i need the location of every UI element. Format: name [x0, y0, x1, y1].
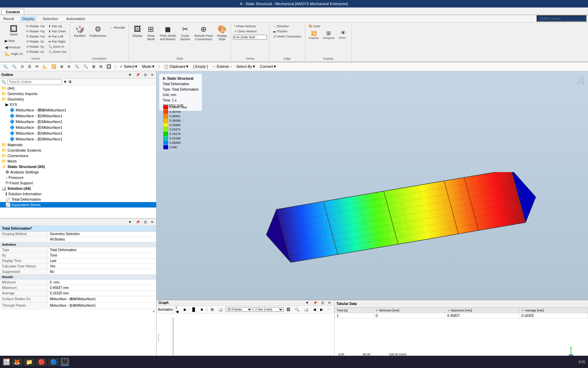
ribbon-btn-display-style[interactable]: 🎨DisplayStyle [215, 24, 229, 42]
anim-bar-btn[interactable]: 📊 [302, 306, 310, 313]
sub-btn-undo[interactable]: ⟳ [34, 63, 40, 70]
sub-btn-zoom-extend[interactable]: 🔍 [1, 63, 10, 70]
sub-btn-grid[interactable]: ⊞ [91, 63, 97, 70]
sub-btn-box[interactable]: 🔲 [105, 63, 113, 70]
sub-btn-mode[interactable]: Mode▼ [140, 63, 157, 70]
ribbon-btn-rot-sy-minus[interactable]: ↺ Rotate -Sy [25, 44, 46, 49]
anim-chart-type[interactable]: 📊 [216, 306, 225, 313]
taskbar-wb[interactable]: 🔵 [48, 358, 59, 366]
ribbon-btn-show-mesh[interactable]: ⊞ShowMesh [145, 24, 157, 42]
ribbon-btn-pan-up[interactable]: ⬆ Pan Up [47, 24, 68, 29]
props-float-btn[interactable]: ⊡ [143, 219, 148, 225]
sub-btn-convert[interactable]: Convert▼ [258, 63, 278, 70]
anim-stop-btn[interactable]: ■ [199, 306, 205, 312]
tree-item-mid6[interactable]: 🔷Midsurface - 筋\Midsurface1 [0, 136, 156, 142]
sub-btn-add[interactable]: ⊕ [59, 63, 65, 70]
ribbon-btn-remote-point[interactable]: ⊕Remote PointConnections [193, 24, 215, 42]
tree-item-mid4[interactable]: 🔷Midsurface - 筋\Midsurface1 [0, 125, 156, 131]
outline-close-btn[interactable]: ✕ [149, 72, 155, 77]
sub-btn-select[interactable]: ✓ Select▼ [118, 63, 140, 70]
menu-display[interactable]: Display [20, 16, 36, 21]
tree-item-mid1[interactable]: 🔷Midsurface - 槽钢\Midsurface1 [0, 107, 156, 113]
graph-filter-btn[interactable]: ▼ [304, 300, 310, 305]
ribbon-btn-cross-section[interactable]: ✂CrossSection [178, 24, 192, 42]
ribbon-btn-rot-sx-minus[interactable]: ↺ Rotate -Sx [25, 39, 46, 44]
sub-btn-clipboard[interactable]: 📋 Clipboard▼ [162, 63, 191, 70]
duration-select[interactable]: 2 Sec (Auto) [254, 307, 284, 312]
outline-pin-btn[interactable]: 📌 [134, 72, 141, 77]
props-close-btn[interactable]: ✕ [149, 219, 155, 225]
graph-float-btn[interactable]: ⊡ [320, 300, 325, 305]
tree-item-materials[interactable]: 📁Materials [0, 142, 156, 148]
outline-filter-btn[interactable]: ▼ [127, 72, 133, 77]
taskbar-firefox[interactable]: 🦊 [12, 358, 22, 366]
taskbar-folder[interactable]: 📁 [24, 358, 35, 366]
ribbon-btn-pan-right[interactable]: ➡ Pan Right [47, 39, 68, 44]
tree-item-solution-info[interactable]: ℹSolution Information [0, 191, 156, 197]
ribbon-btn-thicken[interactable]: ▬ Thicken [272, 29, 303, 34]
anim-prev-btn[interactable]: ◀ [311, 306, 317, 313]
menu-selection[interactable]: Selection [40, 16, 60, 21]
tree-item-geom-imports[interactable]: 📁Geometry Imports [0, 91, 156, 96]
scroll-down-icon[interactable]: ▼ [152, 310, 156, 313]
ribbon-btn-rot-sz-minus[interactable]: ↺ Rotate -Sz [25, 49, 46, 54]
sub-btn-extend[interactable]: → Extend→ [210, 63, 234, 70]
search-input[interactable] [7, 79, 62, 85]
sub-btn-zoom2[interactable]: 🔍 [82, 63, 90, 70]
ribbon-btn-explode[interactable]: 💥Explode [307, 29, 321, 41]
ribbon-btn-thick-shells[interactable]: ◼Thick Shellsand Beams [158, 24, 178, 42]
sub-btn-pan[interactable]: ☰ [26, 63, 33, 70]
tab-context[interactable]: Context [1, 9, 24, 15]
ribbon-btn-show-vertices[interactable]: • Show Vertices [233, 24, 267, 29]
anim-zoom-btn[interactable]: 🔍 [293, 306, 301, 313]
quick-launch-input[interactable] [537, 15, 587, 22]
ribbon-btn-views[interactable]: 🔲Views [3, 24, 24, 37]
sub-btn-measure[interactable]: 📐 [41, 63, 49, 70]
ribbon-btn-preferences[interactable]: ⚙Preferences [88, 24, 108, 39]
sub-btn-rotate[interactable]: ⊙ [19, 63, 26, 70]
menu-automation[interactable]: Automation [64, 16, 87, 21]
tree-item-analysis-settings[interactable]: ⚙Analysis Settings [0, 169, 156, 175]
tree-item-mid5[interactable]: 🔷Midsurface - 筋\Midsurface1 [0, 131, 156, 136]
sub-btn-select-by[interactable]: Select By▼ [234, 63, 257, 70]
graph-pin-btn[interactable]: 📌 [312, 300, 318, 305]
ribbon-btn-next[interactable]: ▶Next [3, 38, 24, 44]
ribbon-btn-direction[interactable]: → Direction [272, 24, 303, 29]
sub-btn-minus[interactable]: ⊟ [98, 63, 104, 70]
tree-item-static-a5[interactable]: ⚡Static Structural (A5) [0, 164, 156, 169]
ribbon-btn-show-display[interactable]: 👁Show... [337, 29, 349, 41]
graph-close-btn[interactable]: ✕ [327, 300, 332, 305]
tree-item-connections[interactable]: 📁Connections [0, 153, 156, 158]
tree-item-mid2[interactable]: 🔷Midsurface - 筋\Midsurface1 [0, 113, 156, 119]
start-button[interactable]: 🪟 [3, 358, 10, 366]
ribbon-btn-close-vertices[interactable]: × Close Vertices [233, 29, 267, 34]
search-dropdown[interactable]: ▼ [63, 80, 67, 84]
auto-scale-input[interactable] [233, 35, 267, 40]
ribbon-btn-random[interactable]: 🎲Random [72, 24, 87, 39]
ribbon-btn-zoom-in[interactable]: 🔍 Zoom In [47, 44, 68, 49]
tree-item-equiv-stress[interactable]: 📈Equivalent Stress [0, 202, 156, 208]
ribbon-btn-mesh-connection[interactable]: 🔗 Mesh Connection [272, 34, 303, 39]
sub-btn-refresh[interactable]: 🔁 [50, 63, 58, 70]
ribbon-btn-rot-sz-plus[interactable]: ↻ Rotate +Sz [25, 34, 46, 39]
tree-item-solution-a6[interactable]: 📊Solution (A6) [0, 186, 156, 191]
anim-more-btn[interactable]: ⋯ [326, 306, 333, 313]
sub-btn-zoom-box[interactable]: 🔍 [10, 63, 18, 70]
tree-item-geometry[interactable]: 📁Geometry [0, 96, 156, 102]
sub-btn-zoom1[interactable]: 🔍 [73, 63, 81, 70]
props-pin-btn[interactable]: 📌 [134, 219, 141, 225]
ribbon-btn-pan-left[interactable]: ⬅ Pan Left [47, 34, 68, 39]
tree-item-a4[interactable]: 📁(A4) [0, 86, 156, 91]
tree-item-fixed-support[interactable]: ⊓Fixed Support [0, 180, 156, 186]
ribbon-btn-zoom-out[interactable]: 🔍 Zoom Out [47, 49, 68, 54]
ribbon-btn-rescale[interactable]: ↔ Rescale [109, 25, 126, 30]
sub-btn-remove[interactable]: ⊖ [66, 63, 72, 70]
ribbon-btn-viewports[interactable]: ⊞Viewports [321, 29, 336, 41]
tree-item-coord-sys[interactable]: 📁Coordinate Systems [0, 148, 156, 153]
ribbon-btn-prev[interactable]: ◀Previous [3, 44, 24, 50]
ribbon-btn-rot-sx-plus[interactable]: ↻ Rotate +Sx [25, 24, 46, 29]
tree-item-total-deform[interactable]: 📈Total Deformation [0, 197, 156, 202]
tree-item-mesh[interactable]: 📁Mesh [0, 158, 156, 164]
frames-select[interactable]: 20 Frames [226, 307, 252, 312]
taskbar-mechanical[interactable]: M [61, 358, 69, 366]
